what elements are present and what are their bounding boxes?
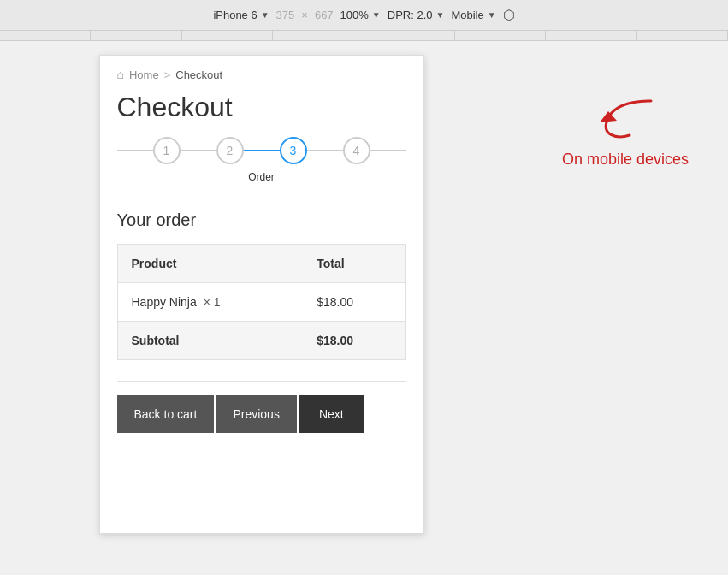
ruler-segment-2 bbox=[91, 31, 181, 40]
ruler-segment-8 bbox=[637, 31, 728, 40]
ruler-segment-7 bbox=[546, 31, 636, 40]
annotation-text: On mobile devices bbox=[562, 151, 689, 169]
device-toolbar: iPhone 6 ▼ 375 × 667 100% ▼ DPR: 2.0 ▼ M… bbox=[0, 0, 728, 31]
mobile-frame: ⌂ Home > Checkout Checkout 1 2 3 4 Order bbox=[99, 55, 424, 534]
table-header-row: Product Total bbox=[117, 245, 405, 283]
main-area: ⌂ Home > Checkout Checkout 1 2 3 4 Order bbox=[0, 41, 728, 575]
table-row: Happy Ninja × 1 $18.00 bbox=[117, 283, 405, 322]
col-product: Product bbox=[117, 245, 303, 283]
step-line-0 bbox=[117, 150, 153, 151]
breadcrumb-separator: > bbox=[164, 68, 171, 81]
next-button[interactable]: Next bbox=[299, 395, 364, 433]
device-dropdown-arrow: ▼ bbox=[261, 10, 269, 20]
ruler-segment-3 bbox=[182, 31, 273, 40]
previous-button[interactable]: Previous bbox=[216, 395, 296, 433]
mobile-frame-wrapper: ⌂ Home > Checkout Checkout 1 2 3 4 Order bbox=[0, 41, 523, 575]
step-line-2 bbox=[244, 150, 280, 151]
buttons-row: Back to cart Previous Next bbox=[117, 381, 406, 450]
step-line-4 bbox=[370, 150, 406, 151]
step-1: 1 bbox=[153, 137, 181, 164]
zoom-dropdown-arrow: ▼ bbox=[372, 10, 381, 20]
product-name: Happy Ninja bbox=[132, 295, 197, 309]
order-section: Your order Product Total Happy Ninja × 1 bbox=[100, 197, 423, 374]
mobile-label: Mobile bbox=[451, 9, 483, 21]
ruler-segment-4 bbox=[273, 31, 364, 40]
mobile-selector[interactable]: Mobile ▼ bbox=[451, 9, 495, 21]
product-quantity: × 1 bbox=[204, 295, 221, 309]
step-label-container: Order bbox=[100, 171, 423, 183]
step-line-3 bbox=[307, 150, 343, 151]
subtotal-amount: $18.00 bbox=[303, 322, 405, 360]
device-label: iPhone 6 bbox=[213, 9, 257, 21]
col-total: Total bbox=[303, 245, 405, 283]
dpr-selector[interactable]: DPR: 2.0 ▼ bbox=[388, 9, 445, 21]
product-name-cell: Happy Ninja × 1 bbox=[117, 283, 303, 322]
ruler-bar bbox=[0, 31, 728, 41]
zoom-selector[interactable]: 100% ▼ bbox=[340, 9, 381, 21]
breadcrumb: ⌂ Home > Checkout bbox=[100, 56, 423, 88]
svg-marker-0 bbox=[600, 111, 617, 122]
step-3-active: 3 bbox=[280, 137, 307, 164]
breadcrumb-home-link[interactable]: Home bbox=[129, 68, 159, 81]
breadcrumb-current: Checkout bbox=[175, 68, 222, 81]
mobile-dropdown-arrow: ▼ bbox=[488, 10, 496, 20]
order-section-title: Your order bbox=[117, 210, 406, 230]
dpr-label: DPR: 2.0 bbox=[388, 9, 433, 21]
times-symbol: × bbox=[301, 9, 308, 21]
zoom-label: 100% bbox=[340, 9, 369, 21]
annotation-panel: On mobile devices bbox=[523, 41, 728, 575]
subtotal-row: Subtotal $18.00 bbox=[117, 322, 405, 360]
toolbar-divider-1: 375 bbox=[276, 9, 295, 21]
dpr-dropdown-arrow: ▼ bbox=[436, 10, 445, 20]
step-order-label: Order bbox=[248, 171, 275, 183]
back-to-cart-button[interactable]: Back to cart bbox=[117, 395, 215, 433]
product-total-cell: $18.00 bbox=[303, 283, 405, 322]
step-2: 2 bbox=[216, 137, 244, 164]
order-table: Product Total Happy Ninja × 1 $18.00 bbox=[117, 244, 406, 360]
rotate-button[interactable]: ⬡ bbox=[503, 7, 515, 23]
height-value: 667 bbox=[315, 9, 334, 21]
ruler-segment-6 bbox=[455, 31, 546, 40]
step-4: 4 bbox=[343, 137, 370, 164]
home-icon: ⌂ bbox=[117, 68, 124, 81]
device-selector[interactable]: iPhone 6 ▼ bbox=[213, 9, 269, 21]
steps-container: 1 2 3 4 bbox=[100, 137, 423, 171]
subtotal-label: Subtotal bbox=[117, 322, 303, 360]
ruler-segment-1 bbox=[0, 31, 91, 40]
ruler-segment-5 bbox=[364, 31, 455, 40]
page-title: Checkout bbox=[100, 88, 423, 137]
step-line-1 bbox=[181, 150, 216, 151]
arrow-icon bbox=[591, 92, 660, 144]
